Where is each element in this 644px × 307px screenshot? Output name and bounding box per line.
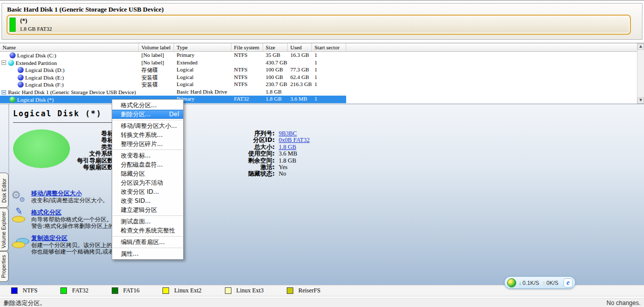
menu-item[interactable]: 格式化分区...: [112, 101, 183, 110]
property-value[interactable]: 9B3BC: [279, 130, 297, 137]
legend-item: FAT16: [112, 287, 139, 294]
legend-label: FAT32: [72, 287, 88, 294]
menu-item[interactable]: 测试盘面...: [112, 217, 183, 226]
table-row[interactable]: Logical Disk (D:)存储碟LogicalNTFS100 GB77.…: [0, 66, 644, 74]
menu-item-label: 删除分区...: [121, 110, 150, 118]
column-header-size[interactable]: Size: [263, 43, 288, 51]
menu-item[interactable]: 建立逻辑分区: [112, 205, 183, 214]
table-row[interactable]: −Basic Hard Disk 1 (Generic Storage Devi…: [0, 89, 644, 96]
format-icon: ✎: [11, 209, 31, 230]
table-row[interactable]: −Extended Partition[No label]Extended430…: [0, 59, 644, 67]
row-cell-start_sector: 1: [312, 96, 346, 103]
upload-arrow-icon: ↑: [543, 280, 546, 286]
browser-icon[interactable]: e: [564, 278, 573, 287]
column-header-file-system[interactable]: File system: [231, 43, 263, 51]
collapse-toggle-icon[interactable]: −: [2, 60, 6, 65]
row-cell-used: 3.6 MB: [288, 96, 312, 103]
row-cell-type: Extended: [174, 59, 231, 67]
action-text: 格式化分区向导将帮助你格式化一个分区。警告:格式化操作将删除分区上的所: [31, 209, 120, 230]
menu-item-label: 编辑/查看扇区...: [121, 238, 165, 247]
action-description: 创建一个分区拷贝。该分区上的所有: [31, 242, 124, 249]
row-cell-used: 16.3 GB: [288, 52, 312, 59]
row-name-cell: Logical Disk (C:): [0, 52, 139, 59]
legend-swatch-reiserfs: [287, 287, 293, 294]
row-cell-used: [288, 89, 312, 96]
column-header-name[interactable]: Name: [0, 43, 139, 51]
legend-item: NTFS: [11, 287, 37, 294]
property-value[interactable]: 0x0B FAT32: [279, 137, 309, 143]
row-cell-used: 77.3 GB: [288, 66, 312, 74]
menu-item[interactable]: 改变 SID...: [112, 196, 183, 205]
disk-icon: [18, 67, 24, 73]
row-name-label: Logical Disk (*): [17, 97, 54, 103]
row-name-label: Logical Disk (D:): [25, 67, 64, 73]
title-rule: [13, 122, 112, 123]
action-link[interactable]: 格式化分区: [31, 209, 120, 216]
row-cell-file_system: NTFS: [231, 52, 263, 59]
selected-partition-title: Logical Disk (*): [13, 109, 102, 118]
legend-label: NTFS: [23, 287, 37, 294]
column-header-start-sector[interactable]: Start sector: [312, 43, 346, 51]
gear-small-icon: ⚙: [19, 196, 25, 203]
action-link[interactable]: 移动/调整分区大小: [31, 190, 108, 197]
column-header-used[interactable]: Used: [288, 43, 312, 51]
table-scrollbar[interactable]: ▲ ▼: [637, 43, 644, 104]
table-row[interactable]: Logical Disk (*)PrimaryFAT321.8 GB3.6 MB…: [0, 96, 644, 103]
menu-item[interactable]: 转换文件系统...: [112, 130, 183, 139]
column-header-volume-label[interactable]: Volume label: [139, 43, 174, 51]
property-label: 剩余空间:: [193, 158, 275, 164]
partition-label: (*): [20, 17, 27, 25]
partition-bar[interactable]: (*) 1.8 GB FAT32: [7, 15, 631, 35]
row-cell-used: [288, 59, 312, 67]
menu-item-label: 格式化分区...: [121, 101, 156, 110]
property-value: Yes: [279, 164, 287, 171]
status-message: 删除选定分区。: [4, 299, 46, 307]
copy-icon: [11, 235, 31, 256]
action-description: 你也能够创建一个精确拷贝,或者仅: [31, 249, 124, 256]
sidebar-tab-volume-explorer[interactable]: Volume Explorer: [0, 208, 9, 251]
column-header-type[interactable]: Type: [174, 43, 231, 51]
scroll-up-icon[interactable]: ▲: [637, 43, 644, 50]
row-cell-size: 35 GB: [263, 52, 288, 59]
row-cell-filler: [346, 89, 644, 96]
scroll-down-icon[interactable]: ▼: [637, 97, 644, 104]
legend-label: FAT16: [123, 287, 139, 294]
property-label: 卷标:: [9, 130, 116, 137]
menu-item[interactable]: 分区设为不活动: [112, 178, 183, 187]
menu-item[interactable]: 整理分区碎片...: [112, 139, 183, 148]
menu-item[interactable]: 属性...: [112, 249, 183, 258]
row-name-label: Logical Disk (E:): [25, 74, 64, 81]
action-link[interactable]: 复制选定分区: [31, 235, 124, 242]
legend-label: ReiserFS: [298, 287, 320, 294]
table-body: Logical Disk (C:)[No label]PrimaryNTFS35…: [0, 52, 644, 103]
partition-table: NameVolume labelTypeFile systemSizeUsedS…: [0, 43, 644, 104]
sidebar-tab-disk-editor[interactable]: Disk Editor: [0, 173, 9, 208]
menu-item-label: 移动/调整分区大小...: [121, 121, 177, 130]
property-label: 总大小:: [193, 144, 275, 150]
sidebar-tab-properties[interactable]: Properties: [0, 251, 9, 282]
menu-item[interactable]: 删除分区...Del: [112, 110, 183, 119]
property-value[interactable]: 1.8 GB: [279, 144, 296, 150]
collapse-toggle-icon[interactable]: −: [2, 90, 6, 95]
property-label: 每簇扇区数:: [9, 164, 116, 171]
menu-item[interactable]: 隐藏分区: [112, 169, 183, 178]
menu-item-label: 测试盘面...: [121, 217, 150, 226]
row-cell-used: 62.4 GB: [288, 74, 312, 82]
property-label: 分区ID:: [193, 137, 275, 143]
menu-item[interactable]: 检查文件系统完整性: [112, 226, 183, 235]
menu-item[interactable]: 分配磁盘盘符...: [112, 160, 183, 169]
menu-item[interactable]: 改变卷标...: [112, 151, 183, 160]
partition-manager-window: { "disk_map": { "title": "Basic Hard Dis…: [0, 0, 644, 307]
property-row: 分区ID:0x0B FAT32: [193, 137, 309, 143]
security-suite-icon[interactable]: [507, 278, 516, 287]
row-cell-file_system: [231, 59, 263, 67]
table-row[interactable]: Logical Disk (C:)[No label]PrimaryNTFS35…: [0, 52, 644, 59]
network-speed-widget[interactable]: ↓ 0.1K/S ↑ 0K/S e: [504, 276, 576, 289]
table-row[interactable]: Logical Disk (F:)安装碟LogicalNTFS230.7 GB2…: [0, 81, 644, 89]
legend-swatch-linux-ext2: [163, 287, 169, 294]
menu-item[interactable]: 编辑/查看扇区...: [112, 238, 183, 247]
menu-item[interactable]: 改变分区 ID...: [112, 187, 183, 196]
legend-item: Linux Ext3: [225, 287, 264, 294]
menu-item[interactable]: 移动/调整分区大小...: [112, 121, 183, 130]
table-row[interactable]: Logical Disk (E:)安装碟LogicalNTFS100 GB62.…: [0, 74, 644, 82]
